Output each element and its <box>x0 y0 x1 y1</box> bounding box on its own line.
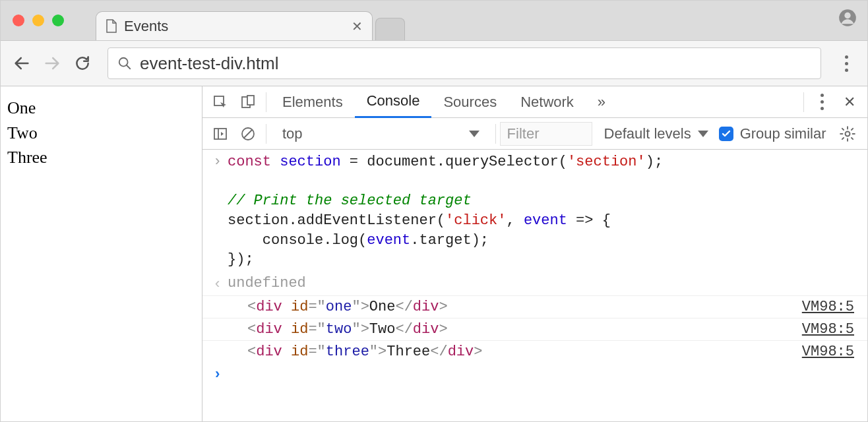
log-gutter <box>213 344 228 345</box>
clear-icon <box>240 126 256 142</box>
window-controls <box>10 1 64 40</box>
filter-input[interactable]: Filter <box>500 122 592 146</box>
device-toolbar-button[interactable] <box>234 86 262 118</box>
logged-element: <div id="three">Three</div> <box>228 344 802 360</box>
log-gutter <box>213 299 228 300</box>
svg-point-1 <box>844 13 850 18</box>
return-value: undefined <box>228 275 861 291</box>
close-tab-icon[interactable]: ✕ <box>352 18 363 34</box>
tab-network[interactable]: Network <box>509 86 586 118</box>
console-input-empty[interactable]: › <box>202 363 867 386</box>
tab-strip: Events ✕ <box>1 1 867 40</box>
checkbox-checked-icon <box>719 127 733 141</box>
tabs-overflow[interactable]: » <box>586 86 617 118</box>
back-button[interactable] <box>10 51 34 75</box>
context-label: top <box>282 125 303 142</box>
logged-element: <div id="one">One</div> <box>228 299 802 315</box>
logged-element: <div id="two">Two</div> <box>228 321 802 338</box>
log-levels-selector[interactable]: Default levels <box>604 125 708 142</box>
arrow-left-icon <box>13 54 31 73</box>
clear-console-button[interactable] <box>234 118 262 150</box>
console-input-line: › const section = document.querySelector… <box>202 150 867 272</box>
url-text: event-test-div.html <box>140 53 278 74</box>
profile-icon[interactable] <box>838 9 857 27</box>
svg-rect-6 <box>247 96 254 105</box>
source-link[interactable]: VM98:5 <box>802 344 861 360</box>
svg-line-10 <box>244 130 252 138</box>
console-return-line: › undefined <box>202 272 867 295</box>
output-prompt-icon: › <box>213 275 228 293</box>
forward-button[interactable] <box>40 51 64 75</box>
tab-title: Events <box>124 18 168 35</box>
chevron-down-icon <box>469 131 480 137</box>
address-bar[interactable]: event-test-div.html <box>108 47 821 79</box>
new-tab-button[interactable] <box>375 18 405 40</box>
arrow-right-icon <box>43 54 61 73</box>
svg-point-11 <box>846 131 850 136</box>
group-similar-checkbox[interactable]: Group similar <box>719 125 826 142</box>
browser-menu-button[interactable] <box>834 55 858 72</box>
content-line-one[interactable]: One <box>7 96 195 121</box>
browser-chrome: Events ✕ event-test-div.html <box>1 1 867 86</box>
devtools-tabstrip: Elements Console Sources Network » ✕ <box>202 86 867 118</box>
source-link[interactable]: VM98:5 <box>802 299 861 315</box>
source-link[interactable]: VM98:5 <box>802 321 861 338</box>
console-code: const section = document.querySelector('… <box>228 152 861 270</box>
tab-console[interactable]: Console <box>355 86 432 118</box>
context-selector[interactable]: top <box>274 122 487 146</box>
group-similar-label: Group similar <box>740 125 826 142</box>
file-icon <box>106 19 117 34</box>
input-prompt-icon: › <box>213 152 228 170</box>
svg-rect-7 <box>214 129 226 139</box>
sidebar-icon <box>212 126 228 142</box>
filter-placeholder: Filter <box>507 125 540 142</box>
inspect-icon <box>212 94 228 110</box>
content-line-three[interactable]: Three <box>7 145 195 170</box>
chevron-down-icon <box>698 131 708 137</box>
search-icon <box>117 56 132 71</box>
console-sidebar-toggle[interactable] <box>206 118 234 150</box>
devtools-menu-button[interactable] <box>808 86 836 118</box>
devtools-close-button[interactable]: ✕ <box>836 86 863 118</box>
svg-line-3 <box>127 65 131 69</box>
device-icon <box>240 94 256 110</box>
inspect-element-button[interactable] <box>206 86 234 118</box>
minimize-window-button[interactable] <box>32 15 44 26</box>
levels-label: Default levels <box>604 125 691 142</box>
page-content[interactable]: One Two Three <box>1 86 202 421</box>
devtools-panel: Elements Console Sources Network » ✕ <box>202 86 867 421</box>
close-icon: ✕ <box>844 94 855 111</box>
reload-icon <box>74 55 91 72</box>
console-log-entry[interactable]: <div id="three">Three</div>VM98:5 <box>202 340 867 363</box>
console-toolbar: top Filter Default levels Group similar <box>202 118 867 150</box>
browser-tab[interactable]: Events ✕ <box>96 11 373 40</box>
tab-sources[interactable]: Sources <box>431 86 509 118</box>
tab-elements[interactable]: Elements <box>270 86 355 118</box>
console-log-entry[interactable]: <div id="two">Two</div>VM98:5 <box>202 318 867 340</box>
reload-button[interactable] <box>71 51 94 75</box>
navigation-toolbar: event-test-div.html <box>1 40 867 86</box>
close-window-button[interactable] <box>13 15 24 26</box>
console-log-entry[interactable]: <div id="one">One</div>VM98:5 <box>202 295 867 318</box>
content-line-two[interactable]: Two <box>7 121 195 146</box>
input-prompt-icon: › <box>213 365 228 383</box>
maximize-window-button[interactable] <box>52 15 64 26</box>
console-output[interactable]: › const section = document.querySelector… <box>202 150 867 421</box>
gear-icon[interactable] <box>839 125 856 142</box>
log-gutter <box>213 321 228 322</box>
